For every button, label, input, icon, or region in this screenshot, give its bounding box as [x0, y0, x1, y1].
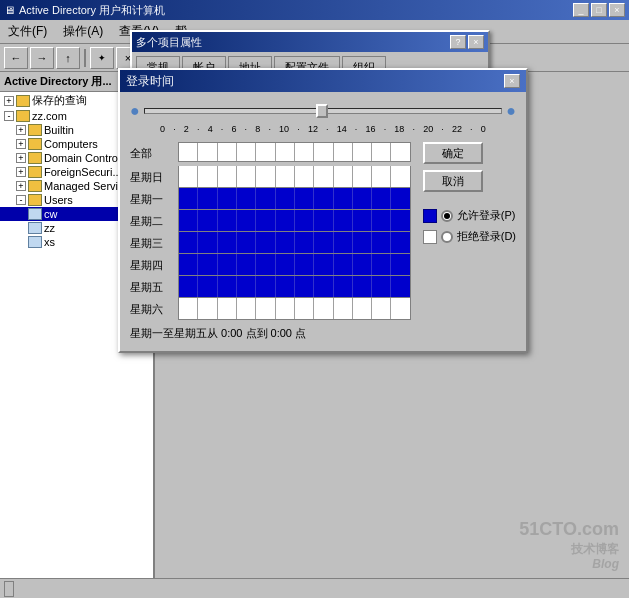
- cell[interactable]: [353, 254, 372, 275]
- cell[interactable]: [334, 232, 353, 253]
- cell[interactable]: [256, 210, 275, 231]
- cell[interactable]: [295, 232, 314, 253]
- cell[interactable]: [218, 166, 237, 187]
- cell[interactable]: [218, 188, 237, 209]
- cell[interactable]: [295, 254, 314, 275]
- cell[interactable]: [237, 254, 256, 275]
- cell[interactable]: [314, 188, 333, 209]
- expand-computers[interactable]: +: [16, 139, 26, 149]
- maximize-button[interactable]: □: [591, 3, 607, 17]
- cell[interactable]: [372, 298, 391, 319]
- cell[interactable]: [256, 188, 275, 209]
- multi-close-button[interactable]: ×: [468, 35, 484, 49]
- cell[interactable]: [391, 232, 409, 253]
- cell[interactable]: [295, 276, 314, 297]
- cell[interactable]: [218, 254, 237, 275]
- cell[interactable]: [237, 188, 256, 209]
- logon-ok-button[interactable]: 确定: [423, 142, 483, 164]
- deny-logon-option[interactable]: 拒绝登录(D): [423, 229, 516, 244]
- cell[interactable]: [256, 298, 275, 319]
- cell[interactable]: [314, 254, 333, 275]
- cell[interactable]: [391, 143, 409, 161]
- cell[interactable]: [353, 143, 372, 161]
- cell[interactable]: [276, 298, 295, 319]
- cell[interactable]: [334, 166, 353, 187]
- cell[interactable]: [198, 276, 217, 297]
- menu-file[interactable]: 文件(F): [4, 22, 51, 41]
- cell[interactable]: [391, 188, 409, 209]
- close-button[interactable]: ×: [609, 3, 625, 17]
- cell[interactable]: [276, 143, 295, 161]
- allow-radio[interactable]: [441, 210, 453, 222]
- cell[interactable]: [218, 232, 237, 253]
- cell[interactable]: [276, 254, 295, 275]
- cell[interactable]: [198, 298, 217, 319]
- cell[interactable]: [276, 232, 295, 253]
- cell[interactable]: [334, 143, 353, 161]
- expand-builtin[interactable]: +: [16, 125, 26, 135]
- cell[interactable]: [314, 298, 333, 319]
- menu-action[interactable]: 操作(A): [59, 22, 107, 41]
- expand-dc[interactable]: +: [16, 153, 26, 163]
- cell[interactable]: [198, 210, 217, 231]
- cell[interactable]: [295, 188, 314, 209]
- cell[interactable]: [179, 254, 198, 275]
- cell[interactable]: [256, 166, 275, 187]
- cell[interactable]: [314, 210, 333, 231]
- cell[interactable]: [372, 188, 391, 209]
- cell[interactable]: [198, 188, 217, 209]
- cell[interactable]: [276, 188, 295, 209]
- cell[interactable]: [237, 210, 256, 231]
- cell[interactable]: [256, 143, 275, 161]
- expand-users[interactable]: -: [16, 195, 26, 205]
- cell[interactable]: [295, 143, 314, 161]
- cell[interactable]: [179, 276, 198, 297]
- cell[interactable]: [276, 210, 295, 231]
- forward-button[interactable]: →: [30, 47, 54, 69]
- cell[interactable]: [334, 276, 353, 297]
- cell[interactable]: [198, 166, 217, 187]
- new-button[interactable]: ✦: [90, 47, 114, 69]
- cell[interactable]: [237, 166, 256, 187]
- cell[interactable]: [334, 188, 353, 209]
- cell[interactable]: [237, 298, 256, 319]
- cell[interactable]: [314, 232, 333, 253]
- cell[interactable]: [391, 166, 409, 187]
- cell[interactable]: [372, 143, 391, 161]
- back-button[interactable]: ←: [4, 47, 28, 69]
- cell[interactable]: [372, 232, 391, 253]
- cell[interactable]: [179, 232, 198, 253]
- cell[interactable]: [276, 276, 295, 297]
- cell[interactable]: [334, 298, 353, 319]
- cell[interactable]: [372, 166, 391, 187]
- cell[interactable]: [353, 166, 372, 187]
- cell[interactable]: [256, 276, 275, 297]
- cell[interactable]: [353, 276, 372, 297]
- cell[interactable]: [353, 298, 372, 319]
- cell[interactable]: [179, 298, 198, 319]
- expand-foreign[interactable]: +: [16, 167, 26, 177]
- cell[interactable]: [179, 188, 198, 209]
- cell[interactable]: [372, 276, 391, 297]
- cell[interactable]: [295, 210, 314, 231]
- cell[interactable]: [256, 254, 275, 275]
- cell[interactable]: [353, 210, 372, 231]
- cell[interactable]: [179, 143, 198, 161]
- cell[interactable]: [391, 276, 409, 297]
- cell[interactable]: [334, 254, 353, 275]
- cell[interactable]: [218, 143, 237, 161]
- cell[interactable]: [353, 232, 372, 253]
- deny-radio[interactable]: [441, 231, 453, 243]
- cell[interactable]: [198, 232, 217, 253]
- expand-zz-com[interactable]: -: [4, 111, 14, 121]
- minimize-button[interactable]: _: [573, 3, 589, 17]
- cell[interactable]: [218, 276, 237, 297]
- cell[interactable]: [198, 254, 217, 275]
- expand-managed[interactable]: +: [16, 181, 26, 191]
- cell[interactable]: [334, 210, 353, 231]
- cell[interactable]: [295, 166, 314, 187]
- cell[interactable]: [276, 166, 295, 187]
- cell[interactable]: [179, 210, 198, 231]
- multi-help-button[interactable]: ?: [450, 35, 466, 49]
- cell[interactable]: [314, 143, 333, 161]
